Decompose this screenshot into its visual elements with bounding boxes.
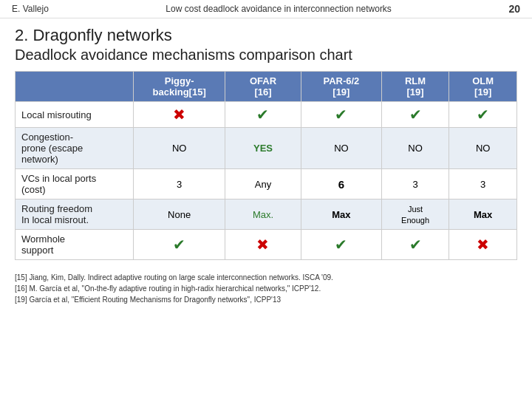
comparison-table: Piggy-backing[15] OFAR[16] PAR-6/2[19] R… (15, 71, 517, 260)
col-header-piggy: Piggy-backing[15] (134, 72, 225, 102)
col-header-par62: PAR-6/2[19] (301, 72, 382, 102)
check-icon: ✔ (409, 106, 422, 123)
cell-congestion-ofar: YES (225, 128, 301, 169)
cell-wormhole-rlm: ✔ (381, 230, 449, 260)
footer: [15] Jiang, Kim, Dally. Indirect adaptiv… (0, 267, 532, 305)
table-header-row: Piggy-backing[15] OFAR[16] PAR-6/2[19] R… (16, 72, 517, 102)
cell-routing-par62: Max (301, 200, 382, 230)
cell-routing-olm: Max (449, 200, 517, 230)
cell-routing-rlm: JustEnough (381, 200, 449, 230)
col-header-olm: OLM[19] (449, 72, 517, 102)
slide-number: 20 (508, 3, 520, 15)
cell-congestion-rlm: NO (381, 128, 449, 169)
cell-congestion-piggy: NO (134, 128, 225, 169)
cell-vcs-ofar: Any (225, 169, 301, 200)
col-header-rlm: RLM[19] (381, 72, 449, 102)
table-row: Wormholesupport ✔ ✖ ✔ ✔ ✖ (16, 230, 517, 260)
slide-title-line1: 2. Dragonfly networks (15, 26, 517, 45)
check-icon: ✔ (335, 106, 347, 123)
cell-misrouting-rlm: ✔ (381, 102, 449, 128)
row-label-congestion: Congestion-prone (escapenetwork) (16, 128, 134, 169)
cell-wormhole-piggy: ✔ (134, 230, 225, 260)
main-content: 2. Dragonfly networks Deadlock avoidance… (0, 18, 532, 267)
author-label: E. Vallejo (12, 4, 49, 14)
slide-title-header: Low cost deadlock avoidance in interconn… (166, 4, 392, 14)
row-label-routing: Routing freedomIn local misrout. (16, 200, 134, 230)
check-icon: ✔ (409, 236, 422, 253)
footer-line-1: [15] Jiang, Kim, Dally. Indirect adaptiv… (15, 272, 517, 283)
cell-wormhole-olm: ✖ (449, 230, 517, 260)
cell-vcs-olm: 3 (449, 169, 517, 200)
just-enough-label: JustEnough (401, 205, 429, 225)
cell-wormhole-ofar: ✖ (225, 230, 301, 260)
check-icon: ✔ (173, 236, 185, 253)
table-row: Local misrouting ✖ ✔ ✔ ✔ ✔ (16, 102, 517, 128)
cross-icon: ✖ (477, 236, 489, 253)
row-label-misrouting: Local misrouting (16, 102, 134, 128)
cell-misrouting-par62: ✔ (301, 102, 382, 128)
cross-icon: ✖ (173, 106, 185, 123)
cell-routing-ofar: Max. (225, 200, 301, 230)
row-label-wormhole: Wormholesupport (16, 230, 134, 260)
cell-misrouting-olm: ✔ (449, 102, 517, 128)
row-label-vcs: VCs in local ports(cost) (16, 169, 134, 200)
header: E. Vallejo Low cost deadlock avoidance i… (0, 0, 532, 18)
cell-congestion-olm: NO (449, 128, 517, 169)
slide-title-line2: Deadlock avoidance mechanisms comparison… (15, 47, 517, 64)
table-row: Routing freedomIn local misrout. None Ma… (16, 200, 517, 230)
check-icon: ✔ (335, 236, 347, 253)
cell-misrouting-piggy: ✖ (134, 102, 225, 128)
check-icon: ✔ (256, 106, 269, 123)
table-row: Congestion-prone (escapenetwork) NO YES … (16, 128, 517, 169)
cross-icon: ✖ (256, 236, 269, 253)
footer-line-2: [16] M. García et al, "On-the-fly adapti… (15, 283, 517, 294)
cell-congestion-par62: NO (301, 128, 382, 169)
footer-line-3: [19] García et al, "Efficient Routing Me… (15, 294, 517, 305)
cell-vcs-piggy: 3 (134, 169, 225, 200)
table-row: VCs in local ports(cost) 3 Any 6 3 3 (16, 169, 517, 200)
cell-vcs-par62: 6 (301, 169, 382, 200)
cell-misrouting-ofar: ✔ (225, 102, 301, 128)
cell-vcs-rlm: 3 (381, 169, 449, 200)
col-header-ofar: OFAR[16] (225, 72, 301, 102)
cell-routing-piggy: None (134, 200, 225, 230)
check-icon: ✔ (477, 106, 489, 123)
cell-wormhole-par62: ✔ (301, 230, 382, 260)
col-header-empty (16, 72, 134, 102)
